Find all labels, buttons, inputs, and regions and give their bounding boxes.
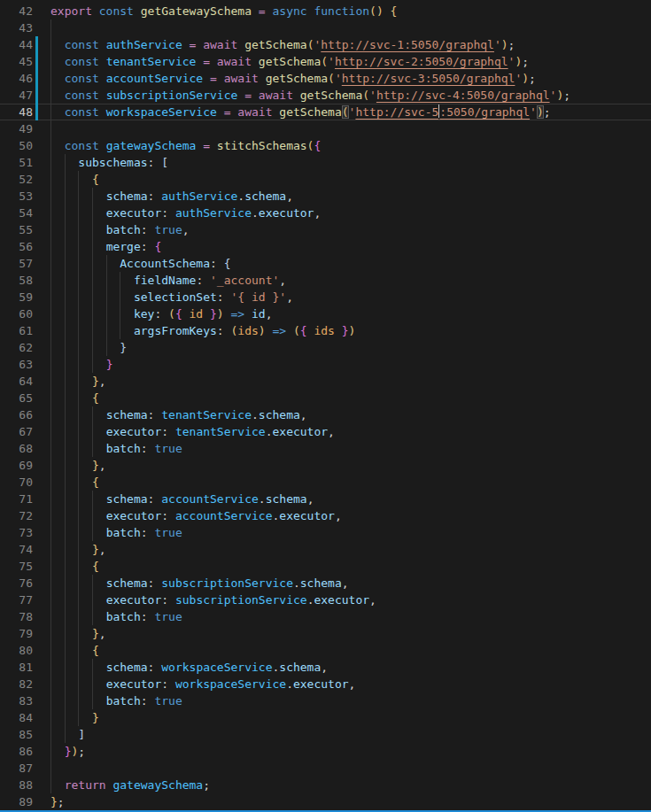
code-line[interactable]: 51 subschemas: [ (0, 154, 651, 171)
code-line-content[interactable]: merge: { (50, 238, 651, 255)
line-number[interactable]: 74 (0, 541, 33, 558)
code-line[interactable]: 56 merge: { (0, 238, 651, 255)
code-line[interactable]: 69 }, (0, 457, 651, 474)
code-line[interactable]: 85 ] (0, 726, 651, 743)
line-number[interactable]: 60 (0, 305, 33, 322)
line-number[interactable]: 68 (0, 440, 33, 457)
code-line[interactable]: 62 } (0, 339, 651, 356)
code-line[interactable]: 58 fieldName: '_account', (0, 272, 651, 289)
code-line[interactable]: 67 executor: tenantService.executor, (0, 423, 651, 440)
code-line-content[interactable]: const authService = await getSchema('htt… (50, 36, 651, 53)
code-line[interactable]: 49 (0, 120, 651, 137)
code-line-content[interactable]: fieldName: '_account', (50, 272, 651, 289)
code-line-content[interactable]: schema: workspaceService.schema, (50, 659, 651, 676)
code-line-content[interactable] (50, 19, 651, 36)
code-line-content[interactable]: }; (50, 793, 651, 810)
code-line-content[interactable]: return gatewaySchema; (50, 777, 651, 793)
code-line-content[interactable]: const gatewaySchema = stitchSchemas({ (50, 137, 651, 154)
code-line[interactable]: 73 batch: true (0, 524, 651, 541)
line-number[interactable]: 53 (0, 188, 33, 205)
code-line[interactable]: 60 key: ({ id }) => id, (0, 305, 651, 322)
git-modified-indicator[interactable] (35, 36, 38, 53)
code-line-content[interactable]: { (50, 642, 651, 659)
line-number[interactable]: 73 (0, 524, 33, 541)
line-number[interactable]: 57 (0, 255, 33, 272)
line-number[interactable]: 78 (0, 608, 33, 625)
code-line-content[interactable]: argsFromKeys: (ids) => ({ ids }) (50, 322, 651, 339)
code-line[interactable]: 66 schema: tenantService.schema, (0, 406, 651, 423)
code-line-content[interactable]: }, (50, 625, 651, 642)
code-line-content[interactable]: subschemas: [ (50, 154, 651, 171)
line-number[interactable]: 79 (0, 625, 33, 642)
code-line[interactable]: 77 executor: subscriptionService.executo… (0, 592, 651, 608)
code-line[interactable]: 79 }, (0, 625, 651, 642)
code-line[interactable]: 61 argsFromKeys: (ids) => ({ ids }) (0, 322, 651, 339)
line-number[interactable]: 58 (0, 272, 33, 289)
code-line-content[interactable]: batch: true (50, 608, 651, 625)
line-number[interactable]: 63 (0, 356, 33, 373)
line-number[interactable]: 42 (0, 3, 33, 19)
code-line-content[interactable]: schema: tenantService.schema, (50, 406, 651, 423)
code-line[interactable]: 45 const tenantService = await getSchema… (0, 53, 651, 70)
git-modified-indicator[interactable] (35, 70, 38, 87)
code-line-content[interactable]: schema: authService.schema, (50, 188, 651, 205)
line-number[interactable]: 81 (0, 659, 33, 676)
code-line-content[interactable]: }); (50, 743, 651, 760)
code-line[interactable]: 89}; (0, 793, 651, 810)
code-line[interactable]: 57 AccountSchema: { (0, 255, 651, 272)
code-line-content[interactable]: AccountSchema: { (50, 255, 651, 272)
code-line[interactable]: 63 } (0, 356, 651, 373)
code-line[interactable]: 43 (0, 19, 651, 36)
line-number[interactable]: 45 (0, 53, 33, 70)
code-line-content[interactable]: export const getGatewaySchema = async fu… (50, 3, 651, 19)
code-line[interactable]: 52 { (0, 171, 651, 188)
code-line-content[interactable]: executor: subscriptionService.executor, (50, 592, 651, 608)
line-number[interactable]: 89 (0, 793, 33, 810)
line-number[interactable]: 47 (0, 87, 33, 104)
code-line-content[interactable]: batch: true (50, 440, 651, 457)
git-modified-indicator[interactable] (35, 104, 38, 120)
code-line[interactable]: 42export const getGatewaySchema = async … (0, 3, 651, 19)
code-line-content[interactable] (50, 760, 651, 777)
line-number[interactable]: 87 (0, 760, 33, 777)
code-line[interactable]: 75 { (0, 558, 651, 575)
code-line-content[interactable]: const accountService = await getSchema('… (50, 70, 651, 87)
code-line[interactable]: 84 } (0, 709, 651, 726)
line-number[interactable]: 56 (0, 238, 33, 255)
line-number[interactable]: 52 (0, 171, 33, 188)
code-line[interactable]: 68 batch: true (0, 440, 651, 457)
code-line-content[interactable]: { (50, 558, 651, 575)
code-line-content[interactable]: schema: accountService.schema, (50, 491, 651, 507)
code-line-content[interactable]: executor: workspaceService.executor, (50, 676, 651, 692)
line-number[interactable]: 48 (0, 104, 33, 120)
code-line-content[interactable]: key: ({ id }) => id, (50, 305, 651, 322)
line-number[interactable]: 65 (0, 390, 33, 406)
code-line-content[interactable] (50, 120, 651, 137)
line-number[interactable]: 76 (0, 575, 33, 592)
code-line[interactable]: 72 executor: accountService.executor, (0, 507, 651, 524)
line-number[interactable]: 51 (0, 154, 33, 171)
code-line[interactable]: 78 batch: true (0, 608, 651, 625)
code-line-content[interactable]: batch: true (50, 692, 651, 709)
code-line-content[interactable]: }, (50, 541, 651, 558)
code-line-content[interactable]: schema: subscriptionService.schema, (50, 575, 651, 592)
code-line[interactable]: 50 const gatewaySchema = stitchSchemas({ (0, 137, 651, 154)
line-number[interactable]: 67 (0, 423, 33, 440)
code-line[interactable]: 53 schema: authService.schema, (0, 188, 651, 205)
line-number[interactable]: 66 (0, 406, 33, 423)
code-line-content[interactable]: executor: tenantService.executor, (50, 423, 651, 440)
code-line[interactable]: 76 schema: subscriptionService.schema, (0, 575, 651, 592)
code-line-content[interactable]: const subscriptionService = await getSch… (50, 87, 651, 104)
editor-lines[interactable]: 42export const getGatewaySchema = async … (0, 3, 651, 810)
code-line[interactable]: 81 schema: workspaceService.schema, (0, 659, 651, 676)
line-number[interactable]: 62 (0, 339, 33, 356)
code-line-content[interactable]: { (50, 390, 651, 406)
code-line-content[interactable]: }, (50, 373, 651, 390)
code-line-content[interactable]: { (50, 474, 651, 491)
line-number[interactable]: 75 (0, 558, 33, 575)
line-number[interactable]: 50 (0, 137, 33, 154)
code-line[interactable]: 65 { (0, 390, 651, 406)
code-line-content[interactable]: executor: accountService.executor, (50, 507, 651, 524)
code-line-content[interactable]: } (50, 356, 651, 373)
code-line[interactable]: 70 { (0, 474, 651, 491)
